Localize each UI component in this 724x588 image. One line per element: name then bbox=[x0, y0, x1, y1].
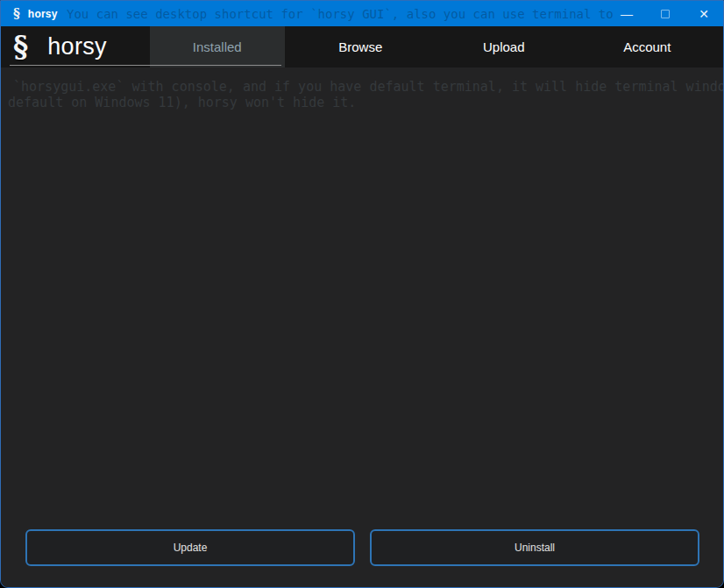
uninstall-button[interactable]: Uninstall bbox=[370, 529, 699, 566]
tab-account[interactable]: Account bbox=[580, 26, 715, 67]
tab-bar: Installed Browse Upload Account bbox=[141, 26, 714, 67]
horsy-logo-icon: § bbox=[13, 7, 20, 20]
close-icon: ✕ bbox=[699, 7, 709, 21]
brand-underline bbox=[10, 65, 281, 66]
ghost-line: `horsygui.exe` with console, and if you … bbox=[13, 79, 723, 95]
update-button[interactable]: Update bbox=[25, 529, 355, 566]
minimize-icon: — bbox=[621, 7, 633, 21]
titlebar: § horsy You can see desktop shortcut for… bbox=[1, 1, 723, 26]
brand: § horsy bbox=[1, 26, 141, 67]
maximize-button[interactable] bbox=[646, 1, 685, 26]
navbar: § horsy Installed Browse Upload Account bbox=[1, 26, 723, 67]
tab-installed[interactable]: Installed bbox=[150, 26, 285, 67]
titlebar-ghost-text: You can see desktop shortcut for `horsy … bbox=[67, 7, 614, 21]
installed-panel: `horsygui.exe` with console, and if you … bbox=[1, 67, 723, 588]
tab-browse[interactable]: Browse bbox=[294, 26, 429, 67]
brand-name: horsy bbox=[47, 33, 107, 60]
app-window: § horsy You can see desktop shortcut for… bbox=[0, 0, 724, 588]
ghost-line: default on Windows 11), horsy won't hide… bbox=[8, 95, 723, 110]
window-title: horsy bbox=[28, 8, 58, 20]
maximize-icon bbox=[661, 10, 670, 18]
tab-upload[interactable]: Upload bbox=[437, 26, 571, 67]
action-row: Update Uninstall bbox=[25, 529, 699, 566]
minimize-button[interactable]: — bbox=[607, 1, 646, 26]
horsy-logo-icon: § bbox=[13, 34, 28, 60]
close-button[interactable]: ✕ bbox=[685, 1, 723, 26]
window-controls: — ✕ bbox=[607, 1, 723, 26]
background-ghost-text: `horsygui.exe` with console, and if you … bbox=[13, 79, 723, 110]
